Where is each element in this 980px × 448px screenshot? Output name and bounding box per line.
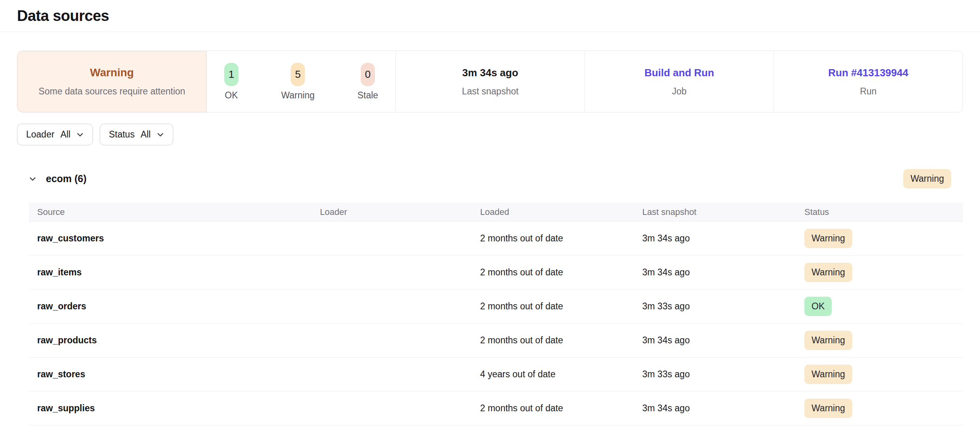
status-badge: Warning	[804, 399, 852, 418]
chevron-down-icon	[157, 131, 164, 138]
loaded-cell: 2 months out of date	[472, 267, 634, 278]
status-counts-card: 1 OK 5 Warning 0 Stale	[206, 51, 395, 112]
loaded-cell: 2 months out of date	[472, 403, 634, 414]
stale-count-label: Stale	[358, 90, 378, 101]
overall-status-title: Warning	[90, 66, 134, 79]
run-label: Run	[860, 86, 876, 97]
count-warning: 5 Warning	[281, 63, 315, 101]
page-header: Data sources	[0, 0, 980, 32]
table-row[interactable]: raw_supplies 2 months out of date 3m 34s…	[29, 392, 963, 425]
warning-count-label: Warning	[281, 90, 315, 101]
loader-filter-dropdown[interactable]: Loader All	[17, 124, 93, 145]
last-snapshot-value: 3m 34s ago	[462, 67, 518, 79]
source-name: raw_orders	[29, 301, 312, 312]
loaded-cell: 4 years out of date	[472, 369, 634, 380]
stale-count-pill: 0	[361, 63, 375, 86]
sources-table: Source Loader Loaded Last snapshot Statu…	[29, 203, 963, 425]
chevron-down-icon	[76, 131, 84, 138]
job-link[interactable]: Build and Run	[644, 67, 714, 79]
group-status-badge: Warning	[903, 169, 951, 188]
source-name: raw_products	[29, 335, 312, 346]
data-sources-page: Data sources Warning Some data sources r…	[0, 0, 980, 448]
status-badge: Warning	[804, 263, 852, 282]
status-filter-dropdown[interactable]: Status All	[100, 124, 173, 145]
column-header-loader: Loader	[312, 207, 472, 217]
loaded-cell: 2 months out of date	[472, 233, 634, 244]
status-badge: OK	[804, 297, 832, 316]
ok-count-label: OK	[225, 90, 238, 101]
group-header-ecom[interactable]: ecom (6) Warning	[29, 169, 951, 188]
column-header-status: Status	[796, 207, 963, 217]
last-snapshot-cell: 3m 33s ago	[634, 369, 796, 380]
table-row[interactable]: raw_stores 4 years out of date 3m 33s ag…	[29, 358, 963, 392]
status-badge: Warning	[804, 331, 852, 350]
last-snapshot-cell: 3m 34s ago	[634, 335, 796, 346]
source-name: raw_customers	[29, 233, 312, 244]
status-filter-value: All	[140, 129, 151, 140]
last-snapshot-cell: 3m 34s ago	[634, 403, 796, 414]
group-name: ecom (6)	[46, 173, 87, 184]
column-header-loaded: Loaded	[472, 207, 634, 217]
status-badge: Warning	[804, 365, 852, 384]
status-filter-label: Status	[109, 129, 134, 140]
last-snapshot-label: Last snapshot	[462, 86, 518, 97]
source-name: raw_items	[29, 267, 312, 278]
ok-count-pill: 1	[224, 63, 238, 86]
job-card: Build and Run Job	[585, 51, 774, 112]
count-stale: 0 Stale	[358, 63, 378, 101]
column-header-last-snapshot: Last snapshot	[634, 207, 796, 217]
summary-cards: Warning Some data sources require attent…	[17, 51, 963, 113]
overall-status-subtitle: Some data sources require attention	[39, 86, 185, 97]
source-name: raw_stores	[29, 369, 312, 380]
count-ok: 1 OK	[224, 63, 238, 101]
warning-count-pill: 5	[291, 63, 305, 86]
loaded-cell: 2 months out of date	[472, 335, 634, 346]
filters-bar: Loader All Status All	[17, 124, 963, 145]
table-row[interactable]: raw_products 2 months out of date 3m 34s…	[29, 324, 963, 358]
last-snapshot-cell: 3m 34s ago	[634, 267, 796, 278]
run-link[interactable]: Run #413139944	[828, 67, 908, 79]
loader-filter-value: All	[61, 129, 71, 140]
table-row[interactable]: raw_customers 2 months out of date 3m 34…	[29, 222, 963, 256]
overall-status-card: Warning Some data sources require attent…	[17, 51, 206, 112]
page-title: Data sources	[17, 8, 109, 24]
last-snapshot-cell: 3m 34s ago	[634, 233, 796, 244]
loaded-cell: 2 months out of date	[472, 301, 634, 312]
chevron-down-icon	[29, 175, 36, 183]
status-badge: Warning	[804, 229, 852, 248]
table-row[interactable]: raw_items 2 months out of date 3m 34s ag…	[29, 256, 963, 290]
loader-filter-label: Loader	[26, 129, 55, 140]
table-row[interactable]: raw_orders 2 months out of date 3m 33s a…	[29, 290, 963, 324]
run-card: Run #413139944 Run	[774, 51, 963, 112]
group-collapse-toggle[interactable]	[29, 175, 36, 183]
last-snapshot-card: 3m 34s ago Last snapshot	[395, 51, 585, 112]
table-header-row: Source Loader Loaded Last snapshot Statu…	[29, 203, 963, 222]
last-snapshot-cell: 3m 33s ago	[634, 301, 796, 312]
job-label: Job	[672, 86, 687, 97]
source-name: raw_supplies	[29, 403, 312, 414]
column-header-source: Source	[29, 207, 312, 217]
